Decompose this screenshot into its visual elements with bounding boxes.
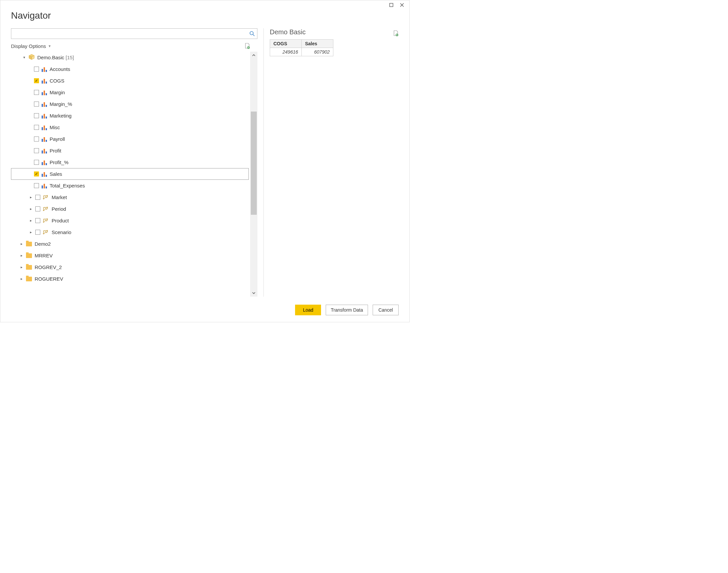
chart-bar-icon: [42, 148, 47, 154]
tree-dimension-node[interactable]: ▸Scenario: [11, 226, 249, 238]
chart-bar-icon: [42, 90, 47, 95]
chart-bar-icon: [42, 125, 47, 130]
tree-item-label: Accounts: [50, 66, 70, 72]
tree-root-label: Demo.Basic [15]: [37, 55, 74, 60]
search-input[interactable]: [13, 29, 249, 38]
chart-bar-icon: [42, 183, 47, 189]
tree-measure-node[interactable]: Profit: [11, 145, 249, 156]
caret-down-icon[interactable]: ▾: [23, 55, 26, 60]
tree-folder-node[interactable]: ▸Demo2: [11, 238, 249, 250]
pane-divider: [263, 28, 264, 297]
tree-measure-node[interactable]: Payroll: [11, 133, 249, 145]
tree-measure-node[interactable]: Margin_%: [11, 98, 249, 110]
caret-right-icon[interactable]: ▸: [20, 242, 23, 246]
checkbox[interactable]: [34, 90, 39, 95]
checkbox[interactable]: [35, 206, 40, 211]
tree-dimension-node[interactable]: ▸Market: [11, 192, 249, 203]
chart-bar-icon: [42, 137, 47, 142]
checkbox[interactable]: [34, 148, 39, 153]
checkbox[interactable]: [34, 160, 39, 165]
checkbox[interactable]: [34, 137, 39, 142]
tree: ▾ Demo.Basic [15] Accounts✓COGSMarginMar…: [11, 52, 250, 297]
checkbox[interactable]: ✓: [34, 171, 39, 176]
tree-item-label: Product: [52, 218, 69, 223]
tree-folder-node[interactable]: ▸ROGUEREV: [11, 273, 249, 285]
display-options-dropdown[interactable]: Display Options ▼: [11, 43, 51, 49]
caret-right-icon[interactable]: ▸: [20, 277, 23, 281]
checkbox[interactable]: [35, 230, 40, 235]
folder-icon: [26, 253, 32, 258]
refresh-icon[interactable]: [245, 43, 250, 49]
caret-right-icon[interactable]: ▸: [29, 207, 33, 211]
folder-icon: [26, 277, 32, 281]
caret-right-icon[interactable]: ▸: [29, 195, 33, 199]
navigator-window: Navigator Display Options ▼: [0, 0, 410, 322]
preview-pane: Demo Basic COGSSales 249616607902: [270, 28, 399, 297]
checkbox[interactable]: [34, 125, 39, 130]
scroll-thumb[interactable]: [251, 111, 257, 215]
chart-bar-icon: [42, 78, 47, 84]
tree-item-label: Sales: [50, 171, 62, 177]
tree-measure-node[interactable]: Profit_%: [11, 156, 249, 168]
dimension-icon: [43, 206, 49, 212]
tree-measure-node[interactable]: Misc: [11, 121, 249, 133]
cancel-button[interactable]: Cancel: [373, 305, 399, 315]
preview-title: Demo Basic: [270, 28, 306, 36]
dimension-icon: [43, 218, 49, 224]
tree-measure-node[interactable]: Marketing: [11, 110, 249, 121]
left-pane: Display Options ▼ ▾: [11, 28, 257, 297]
tree-measure-node[interactable]: ✓COGS: [11, 75, 249, 87]
transform-data-button[interactable]: Transform Data: [326, 305, 368, 315]
checkbox[interactable]: [35, 218, 40, 223]
svg-line-4: [253, 35, 255, 36]
titlebar: [0, 0, 409, 10]
close-icon[interactable]: [397, 1, 407, 9]
caret-right-icon[interactable]: ▸: [29, 230, 33, 235]
tree-dimension-node[interactable]: ▸Period: [11, 203, 249, 215]
checkbox[interactable]: [34, 183, 39, 188]
scroll-up-icon[interactable]: [250, 52, 257, 59]
tree-item-label: Profit: [50, 148, 61, 154]
tree-folder-node[interactable]: ▸MRREV: [11, 250, 249, 261]
search-icon[interactable]: [249, 31, 255, 37]
tree-item-label: Margin_%: [50, 101, 72, 107]
column-header[interactable]: Sales: [302, 40, 333, 48]
tree-item-label: Scenario: [52, 229, 71, 235]
scrollbar[interactable]: [250, 52, 257, 297]
load-button[interactable]: Load: [295, 305, 321, 315]
table-cell: 249616: [270, 48, 302, 56]
tree-item-label: Profit_%: [50, 159, 68, 165]
caret-right-icon[interactable]: ▸: [20, 253, 23, 258]
chart-bar-icon: [42, 66, 47, 72]
tree-item-label: ROGREV_2: [35, 264, 62, 270]
caret-right-icon[interactable]: ▸: [29, 218, 33, 223]
checkbox[interactable]: [34, 113, 39, 118]
scroll-down-icon[interactable]: [250, 289, 257, 297]
tree-measure-node[interactable]: ✓Sales: [11, 168, 249, 180]
checkbox[interactable]: [34, 66, 39, 71]
tree-measure-node[interactable]: Margin: [11, 87, 249, 98]
tree-measure-node[interactable]: Accounts: [11, 63, 249, 75]
display-options-label: Display Options: [11, 43, 46, 49]
chart-bar-icon: [42, 160, 47, 165]
chevron-down-icon: ▼: [48, 44, 51, 48]
checkbox[interactable]: [34, 102, 39, 107]
tree-item-label: Payroll: [50, 136, 65, 142]
preview-refresh-icon[interactable]: [393, 30, 399, 37]
column-header[interactable]: COGS: [270, 40, 302, 48]
chart-bar-icon: [42, 102, 47, 107]
tree-item-label: MRREV: [35, 253, 53, 258]
caret-right-icon[interactable]: ▸: [20, 265, 23, 269]
tree-item-label: Period: [52, 206, 66, 212]
tree-item-label: Market: [52, 195, 67, 200]
maximize-icon[interactable]: [386, 1, 397, 9]
search-input-container[interactable]: [11, 28, 257, 39]
checkbox[interactable]: ✓: [34, 78, 39, 83]
svg-point-3: [250, 32, 253, 35]
tree-root-node[interactable]: ▾ Demo.Basic [15]: [11, 52, 249, 63]
dimension-icon: [43, 195, 49, 200]
checkbox[interactable]: [35, 195, 40, 200]
tree-measure-node[interactable]: Total_Expenses: [11, 180, 249, 192]
tree-folder-node[interactable]: ▸ROGREV_2: [11, 261, 249, 273]
tree-dimension-node[interactable]: ▸Product: [11, 215, 249, 226]
